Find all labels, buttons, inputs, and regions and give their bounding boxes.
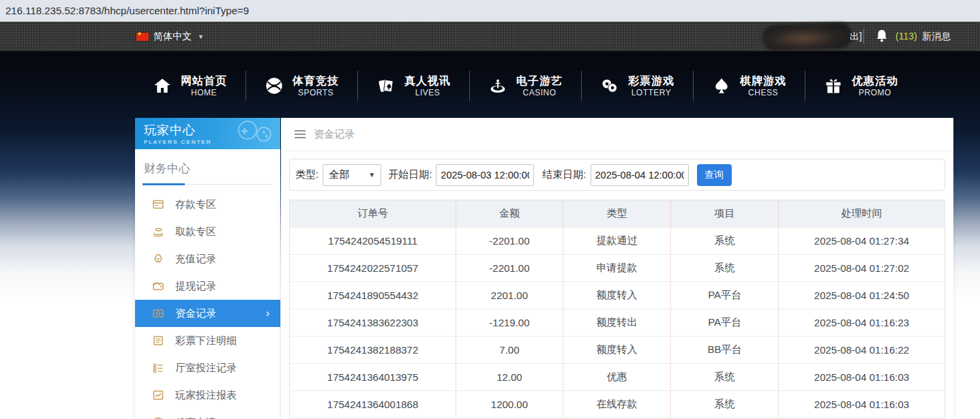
type-select[interactable]: 全部 ▼ <box>323 164 381 186</box>
lottery-balls-icon <box>600 76 619 95</box>
sidebar-item-label: 彩票下注明细 <box>175 335 237 347</box>
nav-label-en: LIVES <box>415 88 441 98</box>
sports-ball-icon <box>265 76 284 95</box>
start-date-input[interactable] <box>436 164 534 186</box>
nav-label-en: LOTTERY <box>632 88 672 98</box>
sidebar-item-promo-apply[interactable]: 优惠申请 <box>135 409 280 419</box>
table-row: 1754241364013975 12.00 优惠 系统 2025-08-04 … <box>290 364 945 391</box>
sidebar-item-label: 厅室投注记录 <box>175 362 237 375</box>
nav-label-en: CHESS <box>748 88 778 98</box>
recharge-bag-icon <box>152 253 164 265</box>
col-header-amount: 金额 <box>456 200 563 228</box>
new-messages-link[interactable]: 新消息 <box>922 31 951 43</box>
funds-record-table: 订单号 金额 类型 项目 处理时间 1754242054519111 -2201… <box>289 200 945 418</box>
nav-item-home[interactable]: 网站首页 HOME <box>134 74 246 98</box>
cell-project: PA平台 <box>671 282 779 309</box>
chevron-right-icon: › <box>266 308 269 319</box>
type-filter-label: 类型: <box>295 168 318 181</box>
bell-icon[interactable] <box>875 29 889 44</box>
nav-label-zh: 电子游艺 <box>516 74 563 88</box>
promo-apply-icon <box>152 416 164 419</box>
nav-item-sports[interactable]: 体育竞技 SPORTS <box>246 74 357 98</box>
player-center-sidebar: 玩家中心 PLAYERS CENTER 财务中心 存款专区 <box>135 118 280 419</box>
nav-item-promo[interactable]: 优惠活动 PROMO <box>805 74 917 98</box>
withdraw-record-icon <box>152 280 164 292</box>
sidebar-item-withdraw-zone[interactable]: 取款专区 <box>135 218 280 245</box>
sidebar-item-label: 玩家投注报表 <box>175 389 237 402</box>
sidebar-item-withdraw-record[interactable]: 提现记录 <box>135 273 280 300</box>
cell-order-no: 1754242022571057 <box>290 255 456 282</box>
cell-type: 在线存款 <box>563 391 671 418</box>
sidebar-item-recharge-record[interactable]: 充值记录 <box>135 245 280 273</box>
page-title: 资金记录 <box>314 128 355 141</box>
content-title-bar: 资金记录 <box>281 118 953 151</box>
funds-record-panel: 资金记录 类型: 全部 ▼ 开始日期: 结束日期: 查询 订单号 金额 类型 <box>281 118 953 419</box>
col-header-order-no: 订单号 <box>290 200 456 228</box>
cell-process-time: 2025-08-04 01:16:22 <box>778 337 945 364</box>
filter-bar: 类型: 全部 ▼ 开始日期: 结束日期: 查询 <box>289 159 945 191</box>
cell-amount: -1219.00 <box>456 309 563 337</box>
logout-link-partial[interactable]: 出] <box>850 31 862 43</box>
nav-item-chess[interactable]: 棋牌游戏 CHESS <box>694 74 805 98</box>
table-header-row: 订单号 金额 类型 项目 处理时间 <box>290 200 945 228</box>
sidebar-item-label: 存款专区 <box>175 198 216 211</box>
sidebar-item-funds-record[interactable]: 资金记录 › <box>135 300 280 327</box>
end-date-input[interactable] <box>591 164 689 186</box>
sidebar-item-player-bet-report[interactable]: 玩家投注报表 <box>135 382 280 409</box>
cell-amount: 12.00 <box>456 364 563 391</box>
table-row: 1754241890554432 2201.00 额度转入 PA平台 2025-… <box>290 282 945 309</box>
nav-label-en: HOME <box>191 88 217 98</box>
sidebar-item-label: 取款专区 <box>175 226 216 238</box>
language-label: 简体中文 <box>153 31 192 43</box>
col-header-process-time: 处理时间 <box>778 200 945 228</box>
nav-label-zh: 真人视讯 <box>404 74 451 88</box>
cell-order-no: 1754241383622303 <box>290 309 456 337</box>
nav-label-en: SPORTS <box>298 88 333 98</box>
roulette-icon <box>488 76 507 95</box>
lottery-detail-icon <box>152 335 164 347</box>
cell-project: 系统 <box>671 228 779 255</box>
nav-label-zh: 优惠活动 <box>852 74 898 88</box>
nav-label-zh: 棋牌游戏 <box>740 74 786 88</box>
chevron-down-icon: ▼ <box>368 171 375 179</box>
sidebar-item-lottery-bet-detail[interactable]: 彩票下注明细 <box>135 327 280 354</box>
playing-cards-icon <box>376 76 396 95</box>
nav-item-lives[interactable]: 真人视讯 LIVES <box>358 74 469 98</box>
gift-icon <box>824 76 843 95</box>
message-count[interactable]: (113) <box>895 31 917 42</box>
start-date-label: 开始日期: <box>388 168 432 181</box>
main-navigation: 网站首页 HOME 体育竞技 SPORTS 真人视讯 <box>0 65 980 107</box>
cell-order-no: 1754241890554432 <box>290 282 456 309</box>
cell-project: BB平台 <box>671 337 779 364</box>
cell-type: 额度转入 <box>563 282 671 309</box>
cell-process-time: 2025-08-04 01:27:34 <box>778 228 945 255</box>
language-selector[interactable]: 简体中文 ▼ <box>136 22 204 51</box>
sidebar-item-deposit-zone[interactable]: 存款专区 <box>135 191 280 218</box>
hall-bet-icon <box>152 362 164 374</box>
cell-type: 额度转入 <box>563 337 671 364</box>
table-row: 1754242054519111 -2201.00 提款通过 系统 2025-0… <box>290 228 945 255</box>
cell-amount: 7.00 <box>456 337 563 364</box>
gamepad-icon <box>234 119 276 146</box>
deposit-card-icon <box>152 198 164 211</box>
browser-url-bar[interactable]: 216.118.235.52:8783/hhcp/usercenter.html… <box>0 0 980 22</box>
nav-label-en: PROMO <box>859 88 891 98</box>
nav-label-zh: 体育竞技 <box>293 74 339 88</box>
table-row: 1754241383622303 -1219.00 额度转出 PA平台 2025… <box>290 309 945 337</box>
query-button[interactable]: 查询 <box>697 164 732 186</box>
nav-item-casino[interactable]: 电子游艺 CASINO <box>470 74 581 98</box>
chevron-down-icon: ▼ <box>198 33 204 40</box>
cell-project: 系统 <box>671 364 779 391</box>
sidebar-menu: 存款专区 取款专区 充值记录 <box>135 191 280 419</box>
hamburger-menu-icon[interactable] <box>295 130 306 138</box>
nav-item-lottery[interactable]: 彩票游戏 LOTTERY <box>582 74 693 98</box>
nav-label-zh: 彩票游戏 <box>628 74 674 88</box>
table-row: 1754242022571057 -2201.00 申请提款 系统 2025-0… <box>290 255 945 282</box>
cell-process-time: 2025-08-04 01:24:50 <box>778 282 945 309</box>
cell-order-no: 1754241382188372 <box>290 337 456 364</box>
divider <box>863 29 864 44</box>
cell-process-time: 2025-08-04 01:16:03 <box>778 364 945 391</box>
cell-project: 系统 <box>671 391 779 418</box>
page-url[interactable]: 216.118.235.52:8783/hhcp/usercenter.html… <box>5 5 249 16</box>
sidebar-item-hall-bet-record[interactable]: 厅室投注记录 <box>135 354 280 382</box>
